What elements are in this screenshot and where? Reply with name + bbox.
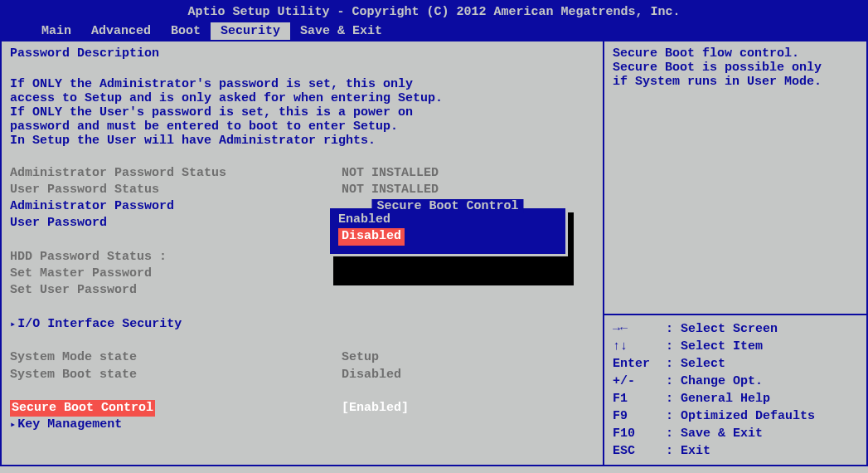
desc-line: access to Setup and is only asked for wh… <box>10 91 594 105</box>
key-arrows-ud: ↑↓ <box>613 338 666 355</box>
help-line: Secure Boot flow control. <box>613 46 858 61</box>
key-label: : Select Screen <box>666 320 778 338</box>
key-label: : Optimized Defaults <box>666 407 815 425</box>
desc-line: In Setup the User will have Administrato… <box>10 134 594 148</box>
user-password-item[interactable]: User Password <box>10 215 107 232</box>
app-title: Aptio Setup Utility - Copyright (C) 2012… <box>0 5 868 22</box>
help-line: if System runs in User Mode. <box>613 75 858 89</box>
secure-boot-control-item[interactable]: Secure Boot Control <box>10 400 342 417</box>
tab-advanced[interactable]: Advanced <box>81 22 161 40</box>
tab-bar: Main Advanced Boot Security Save & Exit <box>0 22 868 40</box>
main-panel: Password Description If ONLY the Adminis… <box>0 40 603 466</box>
key-enter: Enter <box>613 355 666 373</box>
desc-line: If ONLY the User's password is set, this… <box>10 105 594 119</box>
help-line: Secure Boot is possible only <box>613 61 858 75</box>
key-arrows-lr: →← <box>613 320 666 338</box>
key-label: : Save & Exit <box>666 425 763 442</box>
admin-pw-status-label: Administrator Password Status <box>10 165 342 182</box>
tab-main[interactable]: Main <box>32 22 81 40</box>
system-mode-label: System Mode state <box>10 349 342 366</box>
tab-boot[interactable]: Boot <box>161 22 211 40</box>
desc-heading: Password Description <box>10 46 594 61</box>
bios-screen: Aptio Setup Utility - Copyright (C) 2012… <box>0 0 868 473</box>
set-master-password[interactable]: Set Master Password <box>10 266 152 282</box>
popup-option-disabled[interactable]: Disabled <box>338 228 405 245</box>
popup-option-enabled[interactable]: Enabled <box>338 212 557 228</box>
key-label: : General Help <box>666 390 770 407</box>
admin-password-item[interactable]: Administrator Password <box>10 198 174 215</box>
secure-boot-popup: Secure Boot Control Enabled Disabled <box>327 206 568 256</box>
help-panel: Secure Boot flow control. Secure Boot is… <box>604 41 866 315</box>
io-interface-security[interactable]: I/O Interface Security <box>10 316 182 333</box>
key-legend: →←: Select Screen ↑↓: Select Item Enter:… <box>604 315 866 465</box>
user-pw-status-label: User Password Status <box>10 182 342 198</box>
secure-boot-control-value: [Enabled] <box>342 400 594 417</box>
admin-pw-status-value: NOT INSTALLED <box>342 165 594 182</box>
system-boot-label: System Boot state <box>10 367 342 383</box>
key-f1: F1 <box>613 390 666 407</box>
header-bar: Aptio Setup Utility - Copyright (C) 2012… <box>0 0 868 40</box>
side-panel: Secure Boot flow control. Secure Boot is… <box>603 40 868 466</box>
key-esc: ESC <box>613 442 666 460</box>
tab-save-exit[interactable]: Save & Exit <box>290 22 392 40</box>
content-area: Password Description If ONLY the Adminis… <box>0 40 868 466</box>
popup-title: Secure Boot Control <box>371 199 523 213</box>
secure-boot-control-label: Secure Boot Control <box>10 400 155 417</box>
key-label: : Change Opt. <box>666 373 763 390</box>
hdd-pw-status: HDD Password Status : <box>10 249 167 266</box>
key-label: : Exit <box>666 442 710 460</box>
system-boot-value: Disabled <box>342 367 594 383</box>
key-label: : Select <box>666 355 725 373</box>
key-plusminus: +/- <box>613 373 666 390</box>
key-f9: F9 <box>613 407 666 425</box>
key-management-item[interactable]: Key Management <box>10 417 122 433</box>
set-user-password[interactable]: Set User Password <box>10 282 137 299</box>
key-f10: F10 <box>613 425 666 442</box>
user-pw-status-value: NOT INSTALLED <box>342 182 594 198</box>
system-mode-value: Setup <box>342 349 594 366</box>
key-label: : Select Item <box>666 338 763 355</box>
desc-line: password and must be entered to boot to … <box>10 119 594 134</box>
tab-security[interactable]: Security <box>211 22 290 40</box>
desc-line: If ONLY the Administrator's password is … <box>10 77 594 91</box>
